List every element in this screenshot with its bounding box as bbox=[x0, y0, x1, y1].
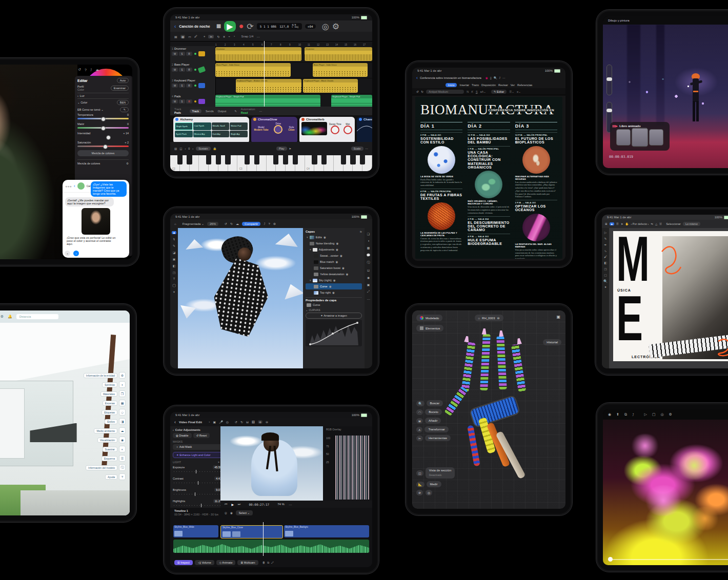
pen-tool-icon[interactable]: ✒ bbox=[604, 243, 606, 246]
plugin-channel-eq[interactable]: Channel EQ bbox=[357, 117, 372, 143]
more-icon[interactable]: ⋯ bbox=[366, 147, 369, 150]
sustain-button[interactable]: Sustain bbox=[196, 147, 210, 151]
layer-row[interactable]: Top right◉ bbox=[306, 289, 362, 296]
view-list-icon[interactable]: ▤ bbox=[174, 35, 177, 38]
transform-icon[interactable]: ⋏ bbox=[416, 427, 422, 432]
textstyle-button[interactable]: aA⌄ bbox=[480, 90, 486, 93]
solo-button[interactable]: S bbox=[179, 52, 185, 56]
appearance-icon[interactable]: ◎ bbox=[426, 490, 432, 495]
black-key[interactable] bbox=[206, 155, 211, 164]
align-button[interactable]: ☰⌄ bbox=[509, 90, 514, 93]
play-surface-button[interactable]: Play bbox=[276, 147, 287, 151]
more-icon[interactable]: ⋯ bbox=[103, 68, 106, 72]
pencil-tool-icon[interactable]: ∿ bbox=[604, 249, 606, 253]
timeline-clip-selected[interactable]: Skyline_Blue_Close bbox=[220, 525, 283, 538]
audio-region[interactable]: Drummer bbox=[305, 47, 372, 61]
back-icon[interactable]: ‹ bbox=[173, 428, 174, 431]
modeling-button[interactable]: Modelado bbox=[416, 315, 442, 321]
share-button[interactable]: Compartir bbox=[242, 222, 260, 226]
view-region-icon[interactable]: ▭ bbox=[188, 35, 191, 38]
styles-icon[interactable]: ◨ bbox=[119, 418, 126, 425]
redo-icon[interactable]: ↻ bbox=[421, 90, 424, 93]
split-keyboard-icon[interactable]: ◫ bbox=[179, 147, 182, 150]
mute-button[interactable]: M bbox=[172, 52, 178, 56]
stop-icon[interactable]: ■ bbox=[216, 22, 221, 31]
split-view-icon[interactable]: ⊟ bbox=[246, 420, 249, 424]
transform-button[interactable]: Transformar bbox=[424, 426, 448, 432]
mute-button[interactable]: M bbox=[172, 68, 178, 72]
layer-row[interactable]: Blue match◉ bbox=[306, 259, 362, 265]
tools-button[interactable]: Herramientas bbox=[425, 435, 451, 441]
help-icon[interactable]: ? bbox=[268, 222, 270, 225]
black-key[interactable] bbox=[350, 155, 355, 164]
sync-icon[interactable]: ⊖ bbox=[497, 316, 499, 320]
soften-icon[interactable]: ◐ bbox=[119, 446, 126, 452]
move-tool-icon[interactable]: ▲ bbox=[172, 231, 177, 234]
eye-icon[interactable]: ◉ bbox=[336, 248, 338, 251]
solo-button[interactable]: S bbox=[179, 84, 185, 88]
zoom-tool-icon[interactable]: 🔍 bbox=[603, 279, 608, 283]
isolate-icon[interactable]: ⊘ bbox=[416, 490, 423, 495]
draft-message-text[interactable]: ¡Creo que esta es perfecta! Le edité un … bbox=[67, 236, 116, 245]
timeline-ruler[interactable]: 1234567891011121314151617 bbox=[215, 41, 372, 46]
more-icon[interactable]: ⋯ bbox=[367, 297, 370, 301]
wet-knob[interactable] bbox=[343, 126, 352, 134]
share-icon[interactable]: ⤴ bbox=[90, 68, 92, 72]
split-icon[interactable]: ✕ bbox=[223, 35, 225, 38]
layer-row[interactable]: ▾Edits◉ bbox=[306, 234, 362, 240]
divide-icon[interactable]: ÷ bbox=[229, 35, 230, 38]
midi-region[interactable]: Bass Player - Indie Disco bbox=[313, 63, 368, 77]
history-button[interactable]: Historial bbox=[543, 339, 561, 345]
bold-button[interactable]: N bbox=[467, 90, 469, 93]
environment-button[interactable]: Medio ambiente bbox=[94, 428, 117, 433]
automation-value[interactable]: Read bbox=[241, 111, 248, 114]
preset-cell[interactable]: Dark Arp bbox=[212, 131, 230, 137]
edit-button[interactable]: ✎ Editar bbox=[491, 90, 507, 94]
auto-button[interactable]: Auto bbox=[117, 78, 129, 83]
tab-revisar[interactable]: Revisar bbox=[498, 84, 508, 87]
persona-icon[interactable]: ▲ bbox=[610, 222, 614, 225]
document-page[interactable]: BIOMANUFACTURA CONFERENCIA SOBRE INNOVAC… bbox=[415, 97, 562, 259]
measure-button[interactable]: Medir bbox=[427, 481, 441, 487]
add-icon[interactable]: ⊞ bbox=[416, 418, 423, 424]
lock-icon[interactable]: 🔒 bbox=[213, 147, 217, 150]
color-tool-icon[interactable]: ● bbox=[604, 285, 606, 288]
media-icon[interactable]: 🖼 bbox=[252, 421, 255, 424]
eye-icon[interactable]: ◉ bbox=[323, 236, 326, 239]
home-icon[interactable]: ⌂ bbox=[478, 317, 480, 320]
arpeggiator-icon[interactable]: ➤ bbox=[289, 147, 292, 150]
tools-icon[interactable]: ✂ bbox=[416, 436, 423, 441]
resize-icon[interactable]: ⤢ bbox=[367, 290, 370, 294]
preset-cell[interactable]: Metallic Swell bbox=[212, 122, 230, 130]
record-enable-button[interactable]: R bbox=[186, 52, 192, 56]
plugin-chromaglow[interactable]: ChromaGlow ModelModern Tube Drive StyleC… bbox=[251, 117, 297, 143]
tab-insertar[interactable]: Insertar bbox=[459, 84, 469, 87]
eye-icon[interactable]: ◉ bbox=[332, 291, 335, 294]
document-name-pill[interactable]: ⌂ RH_0003 ⊖ bbox=[474, 315, 503, 321]
vibrance-slider[interactable] bbox=[77, 136, 129, 138]
select-button[interactable]: Seleccionar bbox=[666, 222, 681, 225]
font-field[interactable]: Antipol Medium bbox=[426, 90, 464, 94]
search-button[interactable]: Buscar bbox=[427, 400, 443, 406]
octave-down-icon[interactable]: ‹ bbox=[185, 147, 186, 150]
record-enable-button[interactable]: R bbox=[186, 68, 192, 72]
reset-button[interactable]: ↺ Reset bbox=[193, 433, 210, 438]
select-tool-dropdown[interactable]: Select ⌄ bbox=[236, 510, 253, 515]
record-enable-button[interactable]: R bbox=[186, 99, 192, 103]
undo-icon[interactable]: ↺ bbox=[225, 222, 227, 225]
wb-value[interactable]: Como se tomó bbox=[82, 108, 100, 111]
mask-icon[interactable]: ▩ bbox=[367, 246, 370, 250]
layers-view-icon[interactable]: ☰ bbox=[616, 222, 619, 225]
mute-button[interactable]: M bbox=[172, 84, 178, 88]
more-icon[interactable]: ⋯ bbox=[289, 503, 292, 506]
model-info-button[interactable]: Información del modelo bbox=[86, 465, 117, 470]
midi-region[interactable]: Keyboard Player - Broken Chords bbox=[236, 79, 302, 93]
flip-icon[interactable]: ⇋ bbox=[651, 222, 653, 225]
eye-icon[interactable]: ◉ bbox=[367, 276, 370, 279]
enhance-button[interactable]: ✦ Enhance Light and Color bbox=[173, 452, 223, 458]
light-section[interactable]: Luz bbox=[80, 94, 85, 97]
fullscreen-icon[interactable]: ⤢ bbox=[271, 561, 273, 565]
layer-row-selected[interactable]: Curve◉ bbox=[306, 283, 362, 289]
playback-percent[interactable]: 74 % bbox=[277, 503, 285, 506]
shapr-canvas[interactable]: Modelado Elementos ⌂ RH_0003 ⊖ ▣ Histori… bbox=[412, 310, 565, 509]
